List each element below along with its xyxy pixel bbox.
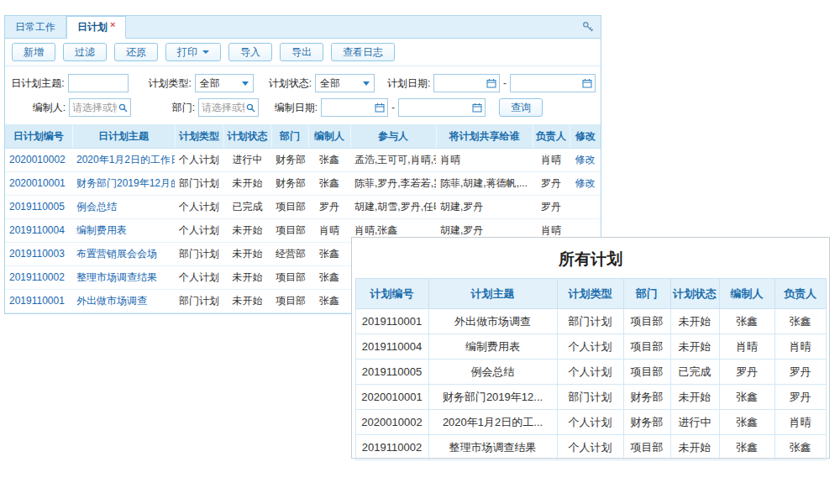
cell-plan-id: 2020010001 [5, 171, 72, 195]
subject-link[interactable]: 布置营销展会会场 [76, 248, 157, 260]
status-select[interactable]: 全部 [315, 74, 375, 92]
cell-subject: 外出做市场调查 [72, 289, 175, 312]
plan-id-link[interactable]: 2020010002 [9, 154, 66, 165]
cell-type: 个人计划 [557, 435, 623, 460]
cell-owner: 肖晴 [774, 410, 826, 435]
plan-id-link[interactable]: 2019110002 [9, 271, 65, 283]
cell-creator: 罗丹 [308, 195, 350, 218]
table-row: 2020010001 财务部门2019年12... 部门计划 财务部 未开始 张… [355, 385, 826, 410]
create-date-from-input[interactable] [324, 100, 373, 115]
create-date-to-input[interactable] [402, 100, 470, 115]
import-button[interactable]: 导入 [228, 43, 272, 61]
cell-dept: 经营部 [271, 242, 308, 265]
subject-link[interactable]: 编制费用表 [76, 224, 127, 236]
table-row: 2020010002 2020年1月2日的工... 个人计划 财务部 进行中 张… [355, 410, 826, 435]
key-icon[interactable] [582, 21, 594, 36]
col-plan-id[interactable]: 日计划编号 [5, 125, 72, 148]
col-subject: 计划主题 [428, 279, 557, 309]
creator-input[interactable] [72, 100, 117, 115]
view-log-button[interactable]: 查看日志 [331, 43, 395, 61]
col-share[interactable]: 将计划共享给谁 [436, 125, 533, 148]
plan-id-link[interactable]: 2020010001 [9, 177, 66, 189]
search-icon[interactable] [246, 103, 255, 113]
calendar-icon[interactable] [486, 78, 496, 88]
modify-link[interactable]: 修改 [575, 177, 596, 189]
close-tab-icon[interactable]: × [110, 19, 115, 29]
table-header-row: 计划编号 计划主题 计划类型 部门 计划状态 编制人 负责人 [355, 279, 826, 309]
cell-modify: 修改 [570, 148, 601, 171]
plan-date-to-input[interactable] [513, 76, 580, 91]
col-creator[interactable]: 编制人 [308, 125, 350, 148]
table-row: 2019110002 整理市场调查结果 个人计划 项目部 未开始 张鑫 张鑫 [355, 435, 826, 460]
subject-input[interactable] [71, 76, 126, 91]
tab-daily-work[interactable]: 日常工作 [5, 16, 66, 38]
col-type[interactable]: 计划类型 [175, 125, 223, 148]
calendar-icon[interactable] [375, 102, 385, 113]
tab-daily-work-label: 日常工作 [15, 20, 55, 34]
cell-creator: 张鑫 [719, 435, 774, 460]
cell-dept: 财务部 [271, 171, 308, 195]
type-select[interactable]: 全部 [195, 74, 255, 92]
cell-modify [570, 195, 601, 218]
col-status[interactable]: 计划状态 [223, 125, 271, 148]
tab-daily-plan-label: 日计划 [77, 20, 108, 34]
col-type: 计划类型 [557, 279, 623, 309]
calendar-icon[interactable] [472, 102, 482, 113]
subject-link[interactable]: 财务部门2019年12月的... [76, 177, 175, 189]
plan-id-link[interactable]: 2019110001 [9, 295, 65, 307]
cell-subject: 整理市场调查结果 [72, 265, 175, 289]
cell-owner: 肖晴 [774, 334, 826, 360]
cell-creator: 张鑫 [719, 410, 774, 435]
cell-owner: 罗丹 [774, 360, 826, 385]
creator-filter-label: 编制人: [10, 101, 69, 115]
col-dept[interactable]: 部门 [271, 125, 308, 148]
cell-subject: 2020年1月2日的工... [428, 410, 557, 435]
cell-creator: 张鑫 [308, 289, 350, 312]
cell-creator: 张鑫 [719, 309, 774, 334]
subject-link[interactable]: 外出做市场调查 [76, 295, 147, 307]
col-modify[interactable]: 修改 [570, 125, 601, 148]
modify-link[interactable]: 修改 [575, 154, 596, 165]
cell-plan-id: 2019110002 [355, 435, 428, 460]
cell-creator: 张鑫 [308, 171, 350, 195]
print-button-label: 打印 [177, 46, 197, 58]
search-icon[interactable] [118, 103, 128, 113]
cell-plan-id: 2019110003 [5, 242, 72, 265]
subject-link[interactable]: 整理市场调查结果 [76, 271, 157, 283]
cell-type: 部门计划 [557, 309, 623, 334]
cell-status: 未开始 [670, 385, 719, 410]
col-participants[interactable]: 参与人 [350, 125, 436, 148]
dept-input-box [198, 98, 259, 117]
restore-button[interactable]: 还原 [114, 43, 158, 61]
cell-owner: 罗丹 [533, 195, 570, 218]
cell-share: 陈菲,胡建,蒋德帆,... [436, 171, 533, 195]
cell-type: 个人计划 [175, 218, 223, 242]
subject-filter-label: 日计划主题: [10, 76, 68, 91]
plan-date-from-input[interactable] [437, 76, 485, 91]
cell-type: 个人计划 [557, 410, 623, 435]
cell-owner: 张鑫 [774, 309, 826, 334]
plan-id-link[interactable]: 2019110004 [9, 224, 65, 236]
table-header-row: 日计划编号 日计划主题 计划类型 计划状态 部门 编制人 参与人 将计划共享给谁… [5, 125, 601, 148]
dept-input[interactable] [202, 100, 244, 115]
cell-share: 胡建,罗丹 [436, 195, 533, 218]
subject-link[interactable]: 例会总结 [76, 201, 117, 213]
create-date-to-box [398, 98, 486, 117]
export-button[interactable]: 导出 [280, 43, 323, 61]
cell-status: 未开始 [223, 218, 271, 242]
col-subject[interactable]: 日计划主题 [72, 125, 175, 148]
type-select-value: 全部 [200, 76, 220, 91]
plan-id-link[interactable]: 2019110005 [9, 201, 65, 213]
calendar-icon[interactable] [582, 78, 592, 88]
tab-daily-plan[interactable]: 日计划 × [66, 16, 126, 39]
cell-subject: 例会总结 [72, 195, 175, 218]
query-button[interactable]: 查询 [499, 98, 543, 117]
cell-owner: 张鑫 [774, 435, 826, 460]
add-button[interactable]: 新增 [12, 43, 55, 61]
plan-id-link[interactable]: 2019110003 [9, 248, 65, 260]
filter-button[interactable]: 过滤 [63, 43, 107, 61]
subject-link[interactable]: 2020年1月2日的工作日... [76, 154, 175, 165]
print-button[interactable]: 打印 [165, 43, 221, 61]
col-owner[interactable]: 负责人 [533, 125, 570, 148]
cell-plan-id: 2020010001 [355, 385, 428, 410]
